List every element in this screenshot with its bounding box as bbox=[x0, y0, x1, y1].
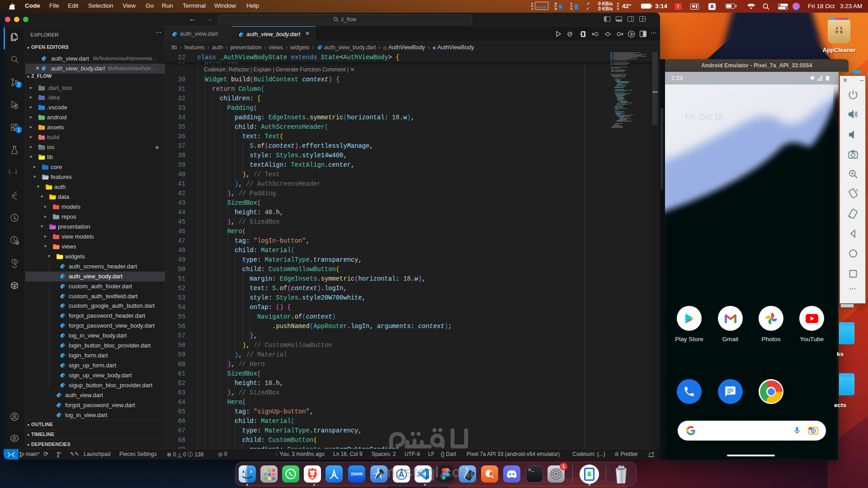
svg-text:iOS: iOS bbox=[39, 146, 44, 150]
svg-text:@: @ bbox=[16, 241, 19, 245]
